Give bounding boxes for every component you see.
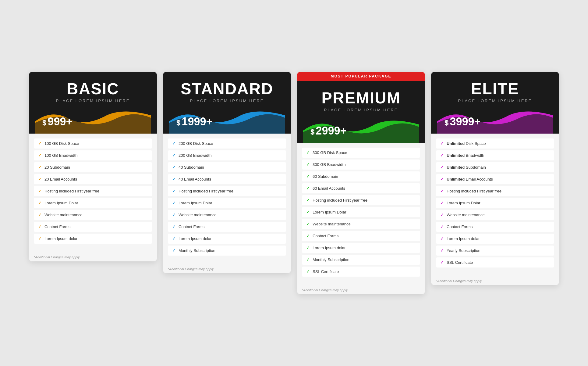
feature-text: Lorem Ipsum Dolar [179, 201, 212, 205]
check-icon: ✓ [306, 234, 310, 238]
feature-item: ✓ Unlimited Disk Space [436, 138, 554, 149]
check-icon: ✓ [38, 165, 41, 170]
feature-item: ✓ Lorem Ipsum dolar [34, 234, 152, 244]
check-icon: ✓ [440, 201, 444, 205]
feature-text: 100 GB Bnadwidth [44, 153, 77, 158]
feature-item: ✓ 300 GB Bnadwidth [302, 160, 420, 170]
feature-text: Lorem Ipsum dolar [179, 236, 211, 241]
feature-item: ✓ Monthly Subscription [302, 255, 420, 265]
feature-text: SSL Certificate [447, 260, 473, 265]
feature-text: 60 Subdomain [313, 174, 338, 179]
feature-item: ✓ Contact Forms [436, 222, 554, 232]
feature-item: ✓ Lorem Ipsum dolar [302, 243, 420, 253]
price-amount: 1999+ [182, 115, 212, 128]
plan-subtitle: PLACE LOREM IPSUM HERE [35, 99, 151, 103]
check-icon: ✓ [440, 165, 444, 170]
feature-item: ✓ Contact Forms [34, 222, 152, 232]
feature-bold: Unlimited [447, 153, 465, 158]
feature-text: Contact Forms [44, 224, 70, 229]
feature-text: 200 GB Bnadwidth [179, 153, 211, 158]
price-dollar: $ [42, 119, 46, 127]
card-header: BASIC PLACE LOREM IPSUM HERE $ 999+ [29, 72, 157, 134]
check-icon: ✓ [440, 260, 444, 265]
feature-item: ✓ Hosting included First year free [168, 186, 286, 196]
feature-text: Website maintenance [313, 222, 351, 226]
feature-text: 40 Email Accounts [179, 177, 211, 181]
feature-text: Hosting included First year free [44, 189, 99, 193]
check-icon: ✓ [38, 189, 41, 193]
check-icon: ✓ [38, 177, 41, 181]
feature-text: Contact Forms [179, 224, 204, 229]
price-amount: 999+ [48, 115, 72, 128]
feature-text: 60 Email Accounts [313, 186, 345, 191]
check-icon: ✓ [172, 248, 175, 253]
feature-item: ✓ 20 Subdomain [34, 162, 152, 172]
wave-price-area: $ 2999+ [303, 115, 419, 143]
feature-text: Website maintenance [179, 213, 217, 217]
feature-item: ✓ Lorem Ipsum Dolar [34, 198, 152, 208]
feature-text: 20 Subdomain [44, 165, 70, 170]
feature-text: Unlimited Bnadwidth [447, 153, 484, 158]
feature-text: 300 GB Bnadwidth [313, 162, 345, 167]
check-icon: ✓ [306, 222, 310, 226]
feature-text: Lorem Ipsum Dolar [447, 201, 480, 205]
feature-item: ✓ Contact Forms [168, 222, 286, 232]
check-icon: ✓ [38, 224, 41, 229]
pricing-card-basic: BASIC PLACE LOREM IPSUM HERE $ 999+ ✓ 10… [29, 72, 157, 261]
check-icon: ✓ [306, 257, 310, 262]
card-features: ✓ 300 GB Disk Space ✓ 300 GB Bnadwidth ✓… [297, 143, 425, 285]
plan-name: BASIC [35, 81, 151, 97]
check-icon: ✓ [306, 246, 310, 250]
check-icon: ✓ [172, 213, 175, 217]
price-text: $ 999+ [42, 115, 72, 128]
price-dollar: $ [310, 128, 314, 136]
feature-item: ✓ Contact Forms [302, 231, 420, 241]
price-text: $ 1999+ [176, 115, 212, 128]
check-icon: ✓ [172, 224, 175, 229]
feature-bold: Unlimited [447, 177, 465, 181]
price-text: $ 2999+ [310, 124, 346, 137]
feature-text: 300 GB Disk Space [313, 150, 347, 155]
check-icon: ✓ [306, 210, 310, 214]
feature-item: ✓ SSL Certificate [302, 267, 420, 277]
feature-text: 200 GB Disk Space [179, 141, 213, 146]
plan-name: ELITE [437, 81, 553, 97]
wave-price-area: $ 1999+ [169, 106, 285, 134]
card-header: ELITE PLACE LOREM IPSUM HERE $ 3999+ [431, 72, 559, 134]
check-icon: ✓ [172, 165, 175, 170]
feature-item: ✓ SSL Certificate [436, 257, 554, 267]
check-icon: ✓ [440, 248, 444, 253]
feature-text: Lorem Ipsum Dolar [44, 201, 78, 205]
plan-subtitle: PLACE LOREM IPSUM HERE [169, 99, 285, 103]
check-icon: ✓ [440, 236, 444, 241]
card-header: STANDARD PLACE LOREM IPSUM HERE $ 1999+ [163, 72, 291, 134]
feature-bold: Unlimited [447, 165, 465, 170]
check-icon: ✓ [38, 201, 41, 205]
feature-text: Lorem Ipsum Dolar [313, 210, 346, 214]
feature-text: Hosting included First year free [447, 189, 501, 193]
check-icon: ✓ [38, 141, 41, 146]
feature-item: ✓ 100 GB Disk Space [34, 138, 152, 149]
additional-charges: *Additional Charges may apply [29, 252, 157, 261]
feature-item: ✓ Hosting included First year free [34, 186, 152, 196]
additional-charges: *Additional Charges may apply [163, 264, 291, 273]
popular-badge: MOST POPULAR PACKAGE [297, 72, 425, 81]
check-icon: ✓ [172, 201, 175, 205]
check-icon: ✓ [172, 153, 175, 158]
check-icon: ✓ [172, 236, 175, 241]
feature-text: 40 Subdomain [179, 165, 204, 170]
feature-item: ✓ Monthly Subscription [168, 246, 286, 256]
check-icon: ✓ [440, 141, 444, 146]
plan-subtitle: PLACE LOREM IPSUM HERE [303, 108, 419, 112]
pricing-card-premium: MOST POPULAR PACKAGE PREMIUM PLACE LOREM… [297, 72, 425, 294]
feature-text: 20 Email Accounts [44, 177, 77, 181]
check-icon: ✓ [440, 189, 444, 193]
feature-item: ✓ Unlimited Subdomain [436, 162, 554, 172]
check-icon: ✓ [306, 198, 310, 203]
check-icon: ✓ [38, 153, 41, 158]
feature-item: ✓ Yearly Subscription [436, 246, 554, 256]
pricing-card-standard: STANDARD PLACE LOREM IPSUM HERE $ 1999+ … [163, 72, 291, 273]
feature-text: Yearly Subscription [447, 248, 480, 253]
feature-item: ✓ Website maintenance [436, 210, 554, 220]
wave-price-area: $ 999+ [35, 106, 151, 134]
